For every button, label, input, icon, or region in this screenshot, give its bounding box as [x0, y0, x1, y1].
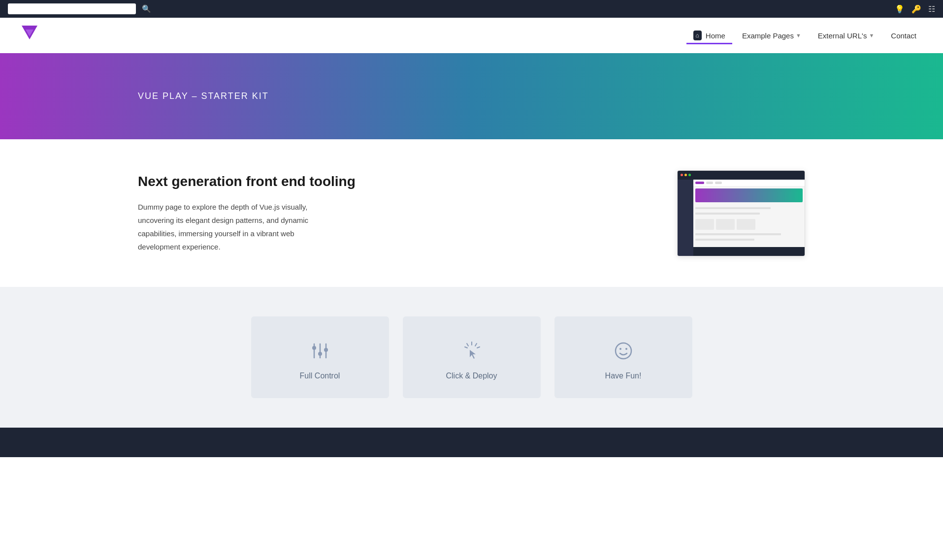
main-heading: Next generation front end tooling [138, 173, 638, 190]
mock-topbar [678, 171, 805, 180]
mock-dot-green [688, 174, 691, 176]
mock-card-1 [695, 219, 714, 230]
nav-label-example-pages: Example Pages [742, 31, 794, 40]
mock-nav-logo [695, 182, 704, 184]
mock-nav [693, 180, 805, 187]
hero-banner: VUE PLAY – STARTER KIT [0, 53, 943, 139]
cards-grid: Full Control Click & Deploy [138, 316, 805, 398]
mock-dot-red [681, 174, 683, 176]
mock-text-1 [695, 207, 771, 209]
content-right [677, 170, 805, 256]
svg-point-6 [318, 352, 322, 356]
main-content: Next generation front end tooling Dummy … [0, 139, 943, 287]
feature-card-click-deploy[interactable]: Click & Deploy [403, 316, 541, 398]
mock-nav-item2 [715, 182, 722, 184]
sliders-icon [309, 340, 331, 362]
svg-line-11 [465, 347, 467, 348]
feature-card-full-control[interactable]: Full Control [251, 316, 389, 398]
mock-nav-item1 [706, 182, 713, 184]
svg-point-5 [312, 346, 316, 350]
mock-text-3 [695, 233, 781, 235]
svg-point-7 [324, 348, 328, 352]
cards-section: Full Control Click & Deploy [0, 287, 943, 428]
grid-icon[interactable]: ☷ [928, 4, 935, 14]
svg-line-9 [475, 343, 477, 346]
mock-content-area [693, 204, 805, 244]
nav-item-example-pages[interactable]: Example Pages ▼ [735, 28, 808, 44]
nav-item-home[interactable]: ⌂ Home [686, 27, 732, 44]
main-body-text: Dummy page to explore the depth of Vue.j… [138, 200, 315, 253]
cursor-icon [461, 340, 483, 362]
nav-item-external-urls[interactable]: External URL's ▼ [811, 28, 881, 44]
footer [0, 428, 943, 457]
card-label-have-fun: Have Fun! [605, 372, 642, 380]
mock-dot-yellow [684, 174, 687, 176]
search-icon[interactable]: 🔍 [142, 4, 151, 13]
mock-main [693, 180, 805, 256]
nav-label-home: Home [706, 31, 725, 40]
nav-label-contact: Contact [891, 31, 916, 40]
smiley-icon [613, 340, 634, 362]
navbar: ⌂ Home Example Pages ▼ External URL's ▼ … [0, 18, 943, 53]
mock-body [678, 180, 805, 256]
mock-hero-bar [695, 188, 803, 202]
chevron-down-icon-2: ▼ [869, 32, 874, 38]
key-icon[interactable]: 🔑 [911, 4, 921, 14]
home-icon: ⌂ [693, 31, 702, 40]
svg-line-10 [477, 347, 480, 348]
card-label-full-control: Full Control [300, 372, 340, 380]
nav-item-contact[interactable]: Contact [884, 28, 923, 44]
feature-card-have-fun[interactable]: Have Fun! [554, 316, 692, 398]
screenshot-mockup [677, 170, 805, 256]
card-label-click-deploy: Click & Deploy [446, 372, 497, 380]
browser-icons: 💡 🔑 ☷ [895, 4, 935, 14]
hero-title: VUE PLAY – STARTER KIT [138, 91, 269, 101]
mock-cards-row [695, 219, 755, 230]
nav-links: ⌂ Home Example Pages ▼ External URL's ▼ … [686, 27, 923, 44]
mock-text-4 [695, 239, 754, 241]
content-left: Next generation front end tooling Dummy … [138, 173, 638, 253]
vue-logo[interactable] [20, 24, 39, 47]
mock-card-2 [716, 219, 735, 230]
chevron-down-icon: ▼ [796, 32, 801, 38]
svg-line-12 [467, 343, 468, 346]
bulb-icon[interactable]: 💡 [895, 4, 905, 14]
browser-search-input[interactable] [8, 3, 136, 14]
mock-footer [693, 247, 805, 256]
mock-sidebar [678, 180, 693, 256]
svg-point-13 [616, 343, 631, 359]
browser-bar: 🔍 💡 🔑 ☷ [0, 0, 943, 18]
svg-point-15 [625, 348, 627, 350]
mock-text-2 [695, 213, 760, 215]
mock-card-3 [737, 219, 755, 230]
nav-label-external-urls: External URL's [818, 31, 867, 40]
svg-point-14 [619, 348, 621, 350]
